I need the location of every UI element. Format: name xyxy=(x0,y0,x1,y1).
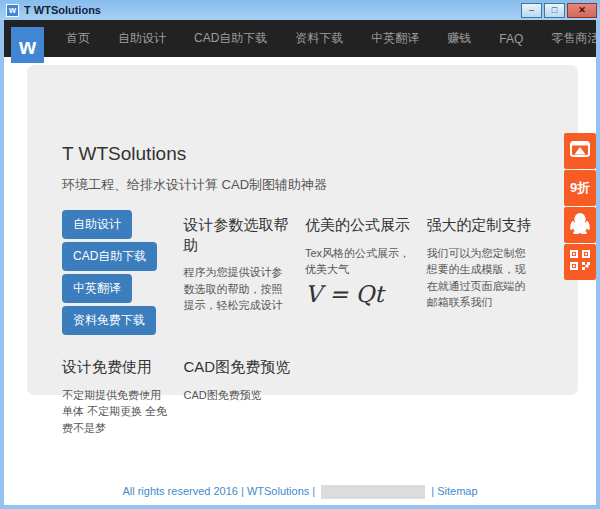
floating-toolbar: 9折 xyxy=(564,133,596,281)
feature-body: 程序为您提供设计参数选取的帮助，按照提示，轻松完成设计 xyxy=(184,264,292,314)
footer-separator: | xyxy=(241,485,244,497)
features-row-2: 设计免费使用 不定期提供免费使用单体 不定期更换 全免费不是梦 CAD图免费预览… xyxy=(62,352,548,436)
features-row-1: 自助设计 CAD自助下载 中英翻译 资料免费下载 设计参数选取帮助 程序为您提供… xyxy=(62,210,548,338)
nav-item-home[interactable]: 首页 xyxy=(52,30,104,47)
sitemap-link[interactable]: Sitemap xyxy=(437,485,477,497)
footer-separator: | xyxy=(431,485,434,497)
feature-heading: 优美的公式展示 xyxy=(305,215,413,235)
redacted-email-box xyxy=(321,485,425,499)
feature-formula-display: 优美的公式展示 Tex风格的公式展示，优美大气 V = Qt xyxy=(305,210,427,338)
nav-item-retailer[interactable]: 零售商活动 xyxy=(537,30,596,47)
qr-code-icon xyxy=(570,250,590,274)
brand-link[interactable]: WTSolutions xyxy=(247,485,309,497)
feature-body: CAD图免费预览 xyxy=(184,387,292,404)
close-button[interactable]: ✕ xyxy=(567,3,597,18)
main-navbar: w 首页 自助设计 CAD自助下载 资料下载 中英翻译 赚钱 FAQ 零售商活动… xyxy=(4,20,596,57)
translate-button[interactable]: 中英翻译 xyxy=(62,274,132,303)
nav-item-self-design[interactable]: 自助设计 xyxy=(104,30,180,47)
nav-item-cad-download[interactable]: CAD自助下载 xyxy=(180,30,281,47)
page-footer: All rights reserved 2016 | WTSolutions |… xyxy=(4,485,596,499)
nav-item-translate[interactable]: 中英翻译 xyxy=(357,30,433,47)
brand-logo[interactable]: w xyxy=(11,27,44,63)
action-buttons-column: 自助设计 CAD自助下载 中英翻译 资料免费下载 xyxy=(62,210,184,338)
feature-custom-support: 强大的定制支持 我们可以为您定制您想要的生成模版，现在就通过页面底端的邮箱联系我… xyxy=(427,210,549,338)
tex-formula: V = Qt xyxy=(305,281,413,307)
nav-menu: 首页 自助设计 CAD自助下载 资料下载 中英翻译 赚钱 FAQ 零售商活动 软… xyxy=(52,20,596,57)
free-material-button[interactable]: 资料免费下载 xyxy=(62,306,156,335)
window-app-icon: w xyxy=(6,4,19,17)
page-subtitle: 环境工程、给排水设计计算 CAD制图辅助神器 xyxy=(62,176,548,194)
nav-item-faq[interactable]: FAQ xyxy=(485,32,537,46)
feature-free-design: 设计免费使用 不定期提供免费使用单体 不定期更换 全免费不是梦 xyxy=(62,352,184,436)
feature-param-help: 设计参数选取帮助 程序为您提供设计参数选取的帮助，按照提示，轻松完成设计 xyxy=(184,210,306,338)
feature-heading: CAD图免费预览 xyxy=(184,357,292,377)
feature-heading: 强大的定制支持 xyxy=(427,215,535,235)
nav-item-earn[interactable]: 赚钱 xyxy=(433,30,485,47)
window-title: T WTSolutions xyxy=(24,4,519,16)
feature-body: Tex风格的公式展示，优美大气 xyxy=(305,245,413,278)
feature-cad-preview: CAD图免费预览 CAD图免费预览 xyxy=(184,352,306,436)
nav-item-material-download[interactable]: 资料下载 xyxy=(281,30,357,47)
discount-label: 9折 xyxy=(570,179,590,197)
title-bar: w T WTSolutions – □ ✕ xyxy=(0,0,600,20)
qr-code-button[interactable] xyxy=(564,244,596,280)
browser-viewport: w 首页 自助设计 CAD自助下载 资料下载 中英翻译 赚钱 FAQ 零售商活动… xyxy=(4,20,596,505)
cad-download-button[interactable]: CAD自助下载 xyxy=(62,242,157,271)
app-window: w T WTSolutions – □ ✕ w 首页 自助设计 CAD自助下载 … xyxy=(0,0,600,509)
page-title: T WTSolutions xyxy=(62,143,548,165)
back-to-top-button[interactable] xyxy=(564,133,596,169)
qq-contact-button[interactable] xyxy=(564,207,596,243)
hero-panel: T WTSolutions 环境工程、给排水设计计算 CAD制图辅助神器 自助设… xyxy=(27,65,578,395)
feature-body: 我们可以为您定制您想要的生成模版，现在就通过页面底端的邮箱联系我们 xyxy=(427,245,535,311)
qq-penguin-icon xyxy=(569,212,591,238)
feature-heading: 设计免费使用 xyxy=(62,357,170,377)
feature-heading: 设计参数选取帮助 xyxy=(184,215,292,254)
back-to-top-icon xyxy=(570,141,590,161)
feature-body: 不定期提供免费使用单体 不定期更换 全免费不是梦 xyxy=(62,387,170,437)
self-design-button[interactable]: 自助设计 xyxy=(62,210,132,239)
footer-separator: | xyxy=(312,485,315,497)
copyright-text: All rights reserved 2016 xyxy=(122,485,238,497)
discount-button[interactable]: 9折 xyxy=(564,170,596,206)
maximize-button[interactable]: □ xyxy=(544,3,565,18)
minimize-button[interactable]: – xyxy=(521,3,542,18)
